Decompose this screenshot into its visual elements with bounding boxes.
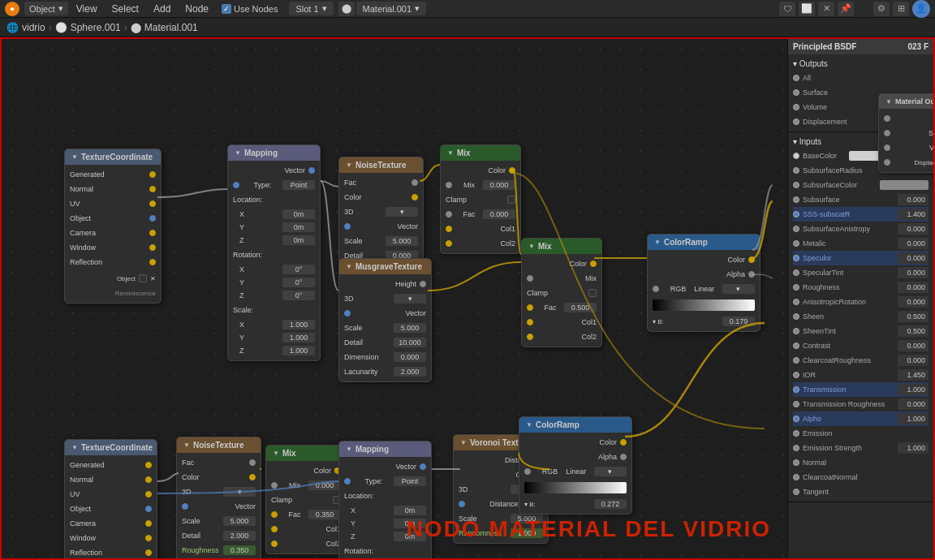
breadcrumb-material[interactable]: Material.001	[144, 22, 198, 33]
socket-out-color[interactable]	[509, 167, 515, 174]
colorramp-2-gradient[interactable]	[524, 482, 627, 493]
socket-in-col2[interactable]	[527, 334, 533, 340]
socket-in-volume[interactable]	[884, 144, 890, 151]
menu-view[interactable]: View	[70, 2, 104, 16]
node-editor[interactable]: ▼ TextureCoordinate Generated Normal UV …	[0, 37, 935, 560]
socket-in-col1[interactable]	[446, 226, 452, 232]
socket-out-height[interactable]	[420, 281, 426, 287]
subcol-swatch[interactable]	[880, 180, 929, 190]
socket-in-fac[interactable]	[653, 286, 659, 292]
socket-in-vector[interactable]	[182, 503, 188, 510]
copy-icon-btn[interactable]: ⬜	[799, 2, 815, 16]
socket-in-fac[interactable]	[446, 211, 452, 218]
socket-out-cam[interactable]	[145, 520, 152, 527]
node-mapping-2-header[interactable]: ▼ Mapping	[339, 442, 431, 457]
layout-icon-btn[interactable]: ⊞	[893, 2, 909, 16]
node-colorramp-1-header[interactable]: ▼ ColorRamp	[648, 235, 760, 250]
node-texcoord-2[interactable]: ▼ TextureCoordinate Generated Normal UV …	[64, 439, 157, 560]
node-colorramp-2-header[interactable]: ▼ ColorRamp	[519, 417, 631, 433]
node-mapping-2[interactable]: ▼ Mapping Vector Type: Point Location: X…	[338, 441, 432, 560]
close-icon-btn[interactable]: ✕	[818, 2, 834, 16]
socket-out-generated[interactable]	[149, 171, 156, 178]
node-material-output[interactable]: ▼ Material Output All Surface Volume Dis…	[878, 93, 935, 173]
socket-out-vector[interactable]	[308, 167, 315, 174]
socket-in-mix[interactable]	[271, 482, 278, 489]
node-mapping-1-header[interactable]: ▼ Mapping	[228, 145, 320, 161]
node-mix-2[interactable]: ▼ Mix Color Mix Clamp Fac 0.500	[521, 238, 602, 347]
socket-in-surface[interactable]	[884, 130, 890, 136]
socket-in-fac[interactable]	[271, 511, 278, 518]
node-mix-2-header[interactable]: ▼ Mix	[522, 239, 601, 254]
socket-out-uv[interactable]	[149, 200, 156, 207]
node-noise-texture-2[interactable]: ▼ NoiseTexture Fac Color 3D ▾ Vector Sca…	[176, 437, 261, 560]
menu-node[interactable]: Node	[179, 2, 215, 16]
node-output-header[interactable]: ▼ Material Output	[879, 94, 935, 109]
node-mix-1-header[interactable]: ▼ Mix	[441, 145, 520, 161]
node-mix-3-header[interactable]: ▼ Mix	[266, 446, 346, 461]
socket-in-vector[interactable]	[459, 501, 465, 507]
node-colorramp-1[interactable]: ▼ ColorRamp Color Alpha RGB Linear ▾ ▾ B…	[647, 234, 760, 332]
socket-out-color[interactable]	[748, 256, 755, 263]
use-nodes-checkbox[interactable]: ✓	[222, 4, 231, 14]
node-texcoord-1-header[interactable]: ▼ TextureCoordinate	[65, 149, 161, 165]
socket-out-alpha[interactable]	[748, 271, 755, 278]
slot-selector[interactable]: Slot 1 ▾	[289, 2, 333, 15]
node-noise-2-header[interactable]: ▼ NoiseTexture	[177, 437, 261, 453]
socket-out-obj[interactable]	[145, 506, 152, 512]
breadcrumb-vidrio[interactable]: vidrio	[22, 22, 45, 33]
socket-out-window[interactable]	[149, 244, 156, 251]
socket-in-col2[interactable]	[271, 541, 278, 547]
checkbox-object[interactable]	[139, 274, 147, 282]
menu-select[interactable]: Select	[106, 2, 145, 16]
node-noise-1-header[interactable]: ▼ NoiseTexture	[339, 157, 423, 173]
socket-out-alpha[interactable]	[620, 454, 627, 460]
socket-in-all[interactable]	[884, 115, 890, 122]
socket-in-mix[interactable]	[527, 275, 533, 282]
shield-icon-btn[interactable]: 🛡	[779, 2, 795, 16]
socket-out-camera[interactable]	[149, 230, 156, 236]
node-mix-3[interactable]: ▼ Mix Color Mix 0.000 Clamp Fac 0.350	[265, 445, 347, 554]
socket-out-color[interactable]	[620, 439, 627, 446]
socket-out-normal[interactable]	[149, 186, 156, 192]
material-selector[interactable]: Material.001 ▾	[356, 2, 427, 15]
socket-out-reflection[interactable]	[149, 259, 156, 265]
socket-out-color[interactable]	[411, 194, 418, 200]
node-texcoord-2-header[interactable]: ▼ TextureCoordinate	[65, 440, 157, 455]
socket-in-col1[interactable]	[271, 526, 278, 532]
socket-in-col1[interactable]	[527, 319, 533, 325]
socket-in-vector[interactable]	[344, 478, 351, 485]
material-icon-btn[interactable]: ⬤	[338, 2, 355, 16]
breadcrumb-sphere[interactable]: Sphere.001	[71, 22, 121, 33]
socket-in-vector[interactable]	[344, 223, 351, 230]
node-mix-1[interactable]: ▼ Mix Color Mix 0.000 Clamp Fac 0.000	[440, 144, 521, 254]
settings-icon-btn[interactable]: ⚙	[873, 2, 890, 16]
node-mapping-1[interactable]: ▼ Mapping Vector Type: Point Location: X…	[227, 144, 321, 361]
socket-in-displacement[interactable]	[884, 159, 890, 166]
socket-in-vector[interactable]	[233, 182, 239, 188]
socket-out-vector[interactable]	[420, 463, 426, 470]
clamp-checkbox[interactable]	[507, 196, 515, 204]
socket-in-vector[interactable]	[344, 310, 351, 317]
socket-out-win[interactable]	[145, 535, 152, 541]
socket-out-gen[interactable]	[145, 462, 152, 468]
socket-out-ref[interactable]	[145, 549, 152, 556]
clamp-checkbox[interactable]	[588, 289, 597, 297]
blender-icon[interactable]: ●	[5, 2, 19, 16]
use-nodes-toggle[interactable]: ✓ Use Nodes	[217, 2, 282, 15]
socket-in-fac[interactable]	[527, 304, 533, 311]
socket-out-color[interactable]	[249, 474, 256, 480]
node-colorramp-2[interactable]: ▼ ColorRamp Color Alpha RGB Linear ▾ ▾ B…	[519, 416, 632, 515]
socket-out-uv[interactable]	[145, 491, 152, 498]
socket-in-col2[interactable]	[446, 240, 452, 247]
socket-out-object[interactable]	[149, 215, 156, 222]
node-texcoord-1[interactable]: ▼ TextureCoordinate Generated Normal UV …	[64, 149, 162, 304]
prop-outputs-header[interactable]: ▾ Outputs	[793, 57, 929, 71]
socket-out-norm[interactable]	[145, 476, 152, 483]
socket-in-fac[interactable]	[524, 468, 531, 475]
socket-out-fac[interactable]	[411, 179, 418, 186]
user-icon-btn[interactable]: 👤	[912, 0, 930, 18]
pin-icon-btn[interactable]: 📌	[838, 2, 854, 16]
colorramp-gradient[interactable]	[653, 299, 755, 311]
socket-out-fac[interactable]	[249, 459, 256, 466]
node-musgrave[interactable]: ▼ MusgraveTexture Height 3D ▾ Vector Sca…	[338, 258, 432, 382]
